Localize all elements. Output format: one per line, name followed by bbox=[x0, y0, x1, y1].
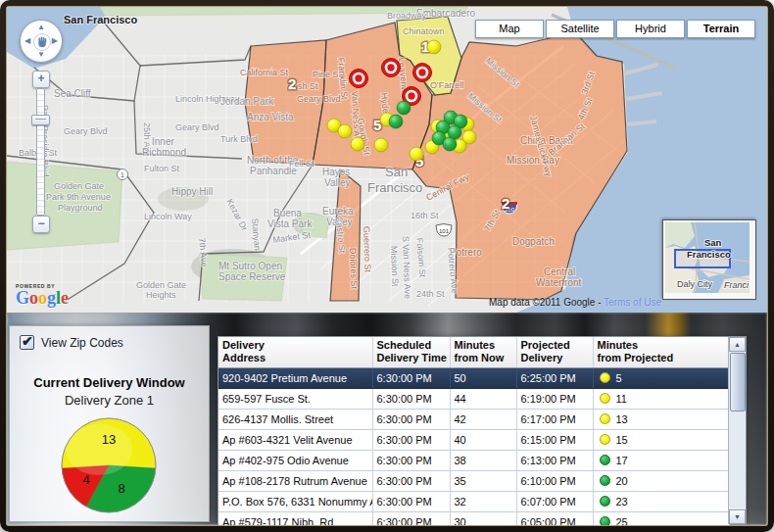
table-cell: 40 bbox=[450, 429, 516, 450]
table-cell: 6:19:00 PM bbox=[516, 388, 593, 409]
delivery-pie-chart: 1384 bbox=[60, 416, 158, 514]
map-place-label: Richmond bbox=[142, 147, 186, 158]
google-letter: e bbox=[61, 288, 69, 308]
map-marker-green[interactable] bbox=[389, 115, 403, 128]
map-place-label: 16th St bbox=[411, 211, 439, 220]
map-marker-red[interactable] bbox=[350, 70, 368, 88]
column-header-4[interactable]: Minutesfrom Projected bbox=[593, 337, 729, 367]
zone-number-label: 2 bbox=[288, 75, 296, 92]
table-cell: 6:05:00 PM bbox=[516, 511, 593, 525]
table-cell-status: 11 bbox=[593, 388, 729, 409]
table-cell: 6:30:00 PM bbox=[372, 450, 450, 470]
map-place-label: Fell St bbox=[289, 159, 314, 169]
zoom-slider-handle[interactable] bbox=[31, 115, 50, 125]
table-cell: Ap #108-2178 Rutrum Avenue bbox=[218, 470, 372, 491]
checkmark-icon: ✔ bbox=[22, 333, 33, 349]
table-cell: 6:30:00 PM bbox=[372, 367, 450, 388]
table-cell: 6:15:00 PM bbox=[516, 429, 593, 450]
map-place-label: Dogpatch bbox=[512, 236, 555, 247]
column-header-0[interactable]: DeliveryAddress bbox=[218, 337, 372, 367]
terms-of-use-link[interactable]: Terms of Use bbox=[604, 297, 661, 308]
zoom-in-button[interactable]: + bbox=[32, 71, 50, 88]
pan-hand-icon[interactable] bbox=[33, 33, 51, 51]
map-marker-green[interactable] bbox=[397, 101, 411, 115]
table-row[interactable]: 659-597 Fusce St.6:30:00 PM446:19:00 PM1… bbox=[218, 388, 729, 409]
zoom-slider-track[interactable] bbox=[36, 88, 45, 216]
map-place-label: Francisco bbox=[367, 180, 422, 195]
table-cell: 920-9402 Pretium Avenue bbox=[218, 367, 372, 388]
map-place-label: California St bbox=[240, 68, 289, 77]
pan-left-icon[interactable]: ◀ bbox=[24, 37, 30, 45]
scroll-down-button[interactable]: ▼ bbox=[729, 509, 746, 524]
table-header-row: DeliveryAddressScheduledDelivery TimeMin… bbox=[218, 337, 729, 367]
table-cell: 38 bbox=[450, 450, 516, 470]
minutes-from-projected-value: 5 bbox=[616, 372, 622, 384]
view-zip-codes-row[interactable]: ✔ View Zip Codes bbox=[20, 335, 123, 350]
scroll-up-button[interactable]: ▲ bbox=[729, 337, 746, 352]
map-place-label: Chinatown bbox=[403, 26, 445, 36]
overview-inset-map[interactable]: SanFranciscoDaly CityFranci bbox=[662, 219, 756, 300]
column-header-1[interactable]: ScheduledDelivery Time bbox=[372, 337, 450, 367]
map-place-label: Pine St bbox=[313, 70, 342, 79]
pan-down-icon[interactable]: ▼ bbox=[37, 51, 45, 59]
map-place-label: 24th St bbox=[416, 289, 445, 299]
map-marker-yellow[interactable] bbox=[351, 137, 364, 151]
map-canvas[interactable]: 2801011 San FranciscoSea CliffLincoln Hi… bbox=[7, 7, 767, 313]
map-place-label: Central bbox=[544, 266, 575, 277]
map-marker-yellow[interactable] bbox=[338, 124, 352, 138]
map-place-label: Hayes bbox=[322, 167, 350, 177]
pie-slice-label: 13 bbox=[102, 432, 116, 447]
map-type-button-map[interactable]: Map bbox=[475, 20, 544, 38]
table-row[interactable]: 920-9402 Pretium Avenue6:30:00 PM506:25:… bbox=[218, 367, 729, 388]
column-header-3[interactable]: ProjectedDelivery bbox=[516, 337, 593, 367]
table-cell: 6:13:00 PM bbox=[516, 450, 593, 470]
map-type-button-terrain[interactable]: Terrain bbox=[687, 20, 755, 38]
minutes-from-projected-value: 15 bbox=[616, 434, 628, 446]
table-row[interactable]: Ap #579-1117 Nibh. Rd.6:30:00 PM306:05:0… bbox=[218, 511, 729, 525]
pan-up-icon[interactable]: ▲ bbox=[37, 24, 45, 31]
map-pan-control[interactable]: ▲ ▼ ◀ ▶ bbox=[20, 20, 63, 63]
minutes-from-projected-value: 25 bbox=[616, 516, 628, 526]
card-title: Current Delivery Window bbox=[10, 375, 209, 390]
table-cell: 35 bbox=[450, 470, 516, 491]
table-row[interactable]: P.O. Box 576, 6331 Nonummy Ave6:30:00 PM… bbox=[218, 491, 729, 511]
scrollbar-thumb[interactable] bbox=[730, 353, 746, 411]
minutes-from-projected-value: 23 bbox=[616, 496, 628, 508]
map-marker-yellow[interactable] bbox=[374, 138, 388, 152]
view-zip-codes-checkbox[interactable]: ✔ bbox=[20, 335, 34, 350]
zoom-out-button[interactable]: − bbox=[32, 216, 50, 233]
map-marker-green[interactable] bbox=[443, 137, 457, 151]
svg-text:1: 1 bbox=[121, 171, 124, 178]
table-cell: 6:10:00 PM bbox=[516, 470, 593, 491]
map-marker-red[interactable] bbox=[413, 64, 432, 82]
table-cell: 44 bbox=[450, 388, 516, 409]
delivery-table: DeliveryAddressScheduledDelivery TimeMin… bbox=[218, 337, 730, 525]
table-row[interactable]: Ap #603-4321 Velit Avenue6:30:00 PM406:1… bbox=[218, 429, 729, 450]
map-place-label: Vista Park bbox=[267, 218, 313, 229]
table-row[interactable]: 626-4137 Mollis. Street6:30:00 PM426:17:… bbox=[218, 409, 729, 429]
map-marker-red[interactable] bbox=[382, 59, 401, 77]
column-header-2[interactable]: Minutesfrom Now bbox=[450, 337, 516, 367]
map-place-label: Mission St bbox=[389, 246, 400, 287]
delivery-summary-card: ✔ View Zip Codes Current Delivery Window… bbox=[9, 325, 210, 522]
table-scrollbar[interactable]: ▲ ▼ bbox=[728, 337, 746, 524]
map-marker-yellow[interactable] bbox=[410, 147, 423, 161]
table-cell: 6:30:00 PM bbox=[372, 491, 450, 511]
map-type-button-satellite[interactable]: Satellite bbox=[546, 20, 614, 38]
map-place-label: Dolores St bbox=[348, 248, 359, 290]
table-cell: 6:30:00 PM bbox=[372, 409, 450, 429]
table-cell: 6:30:00 PM bbox=[372, 429, 450, 450]
status-dot-green bbox=[600, 475, 610, 486]
table-row[interactable]: Ap #402-975 Odio Avenue6:30:00 PM386:13:… bbox=[218, 450, 729, 470]
map-place-label: Anza Vista bbox=[247, 112, 294, 122]
table-cell: Ap #603-4321 Velit Avenue bbox=[218, 429, 372, 450]
map-type-button-hybrid[interactable]: Hybrid bbox=[616, 20, 685, 38]
inset-label: Franci bbox=[724, 280, 750, 290]
map-place-label: Hippy Hill bbox=[171, 186, 213, 197]
pan-right-icon[interactable]: ▶ bbox=[52, 37, 58, 45]
map-place-label: Buena bbox=[273, 208, 302, 218]
map-place-label: Geary Blvd bbox=[64, 126, 108, 136]
table-row[interactable]: Ap #108-2178 Rutrum Avenue6:30:00 PM356:… bbox=[218, 470, 729, 491]
svg-text:101: 101 bbox=[439, 228, 450, 234]
map-marker-yellow[interactable] bbox=[427, 40, 441, 54]
